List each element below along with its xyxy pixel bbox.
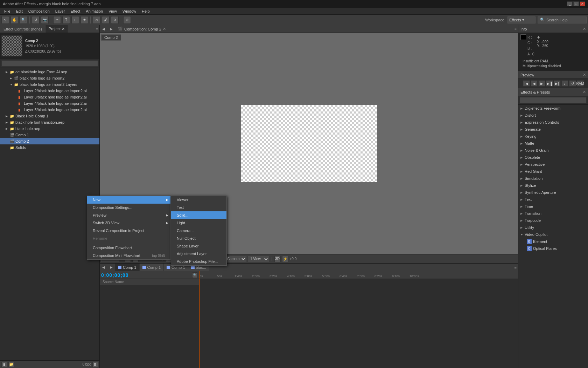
submenu-adjustment-layer[interactable]: Adjustment Layer bbox=[171, 250, 226, 258]
submenu-shape-layer[interactable]: Shape Layer bbox=[171, 242, 226, 250]
menu-animation[interactable]: Animation bbox=[83, 8, 106, 14]
effect-red-giant[interactable]: ▶ Red Giant bbox=[518, 168, 588, 175]
submenu-solid[interactable]: Solid... bbox=[171, 211, 226, 219]
menu-file[interactable]: File bbox=[1, 8, 13, 14]
effect-digieffects[interactable]: ▶ Digieffects FreeForm bbox=[518, 105, 588, 112]
search-help-input[interactable]: 🔍 Search Help bbox=[538, 16, 587, 23]
tool-camera[interactable]: 📷 bbox=[41, 16, 49, 24]
tl-playhead[interactable] bbox=[200, 271, 200, 279]
menu-preview[interactable]: Preview ▶ bbox=[87, 211, 170, 219]
viewer-tab-comp2[interactable]: 🎬 Composition: Comp 2 ✕ bbox=[115, 25, 169, 33]
effect-generate[interactable]: ▶ Generate bbox=[518, 126, 588, 133]
menu-comp-settings[interactable]: Composition Settings... bbox=[87, 204, 170, 211]
menu-reveal-comp[interactable]: Reveal Composition in Project bbox=[87, 227, 170, 234]
submenu-adobe-photoshop[interactable]: Adobe Photoshop File... bbox=[171, 258, 226, 265]
effect-keying[interactable]: ▶ Keying bbox=[518, 133, 588, 140]
submenu-light[interactable]: Light... bbox=[171, 219, 226, 227]
menu-window[interactable]: Window bbox=[120, 8, 139, 14]
info-menu-btn[interactable]: ✕ bbox=[583, 27, 586, 31]
effect-text[interactable]: ▶ Text bbox=[518, 196, 588, 203]
menu-view[interactable]: View bbox=[106, 8, 120, 14]
tree-item-layer4[interactable]: ▮ Layer 4/black hole logo ae import2.ai bbox=[0, 100, 99, 107]
menu-layer[interactable]: Layer bbox=[52, 8, 68, 14]
submenu-text[interactable]: Text bbox=[171, 204, 226, 211]
prev-play-btn[interactable]: ▶ bbox=[538, 80, 545, 87]
minimize-button[interactable]: _ bbox=[567, 1, 573, 6]
prev-audio-btn[interactable]: ♪ bbox=[561, 80, 568, 87]
menu-edit[interactable]: Edit bbox=[13, 8, 26, 14]
effect-trapcode[interactable]: ▶ Trapcode bbox=[518, 217, 588, 224]
tool-puppet[interactable]: ⊕ bbox=[123, 16, 131, 24]
tool-zoom[interactable]: 🔍 bbox=[20, 16, 27, 24]
panel-menu-btn[interactable]: ≡ bbox=[94, 26, 99, 32]
menu-comp-mini-flowchart[interactable]: Composition Mini-Flowchart tap Shift bbox=[87, 252, 170, 259]
tree-item-layer2[interactable]: ▮ Layer 2/black hole logo ae import2.ai bbox=[0, 88, 99, 94]
tree-item-bh-logo-layers-folder[interactable]: ▼ 📁 black hole logo ae import2 Layers bbox=[0, 81, 99, 88]
delete-btn[interactable]: 🗑 bbox=[92, 362, 98, 367]
fast-preview-btn[interactable]: ⚡ bbox=[282, 256, 288, 262]
tool-clone[interactable]: ⎋ bbox=[93, 16, 100, 24]
effect-time[interactable]: ▶ Time bbox=[518, 203, 588, 210]
workspace-dropdown[interactable]: Effects ▾ bbox=[507, 16, 536, 23]
tab-project[interactable]: Project ✕ bbox=[46, 25, 68, 33]
prev-loop-btn[interactable]: ↺ bbox=[569, 80, 576, 87]
viewer-nav-btn[interactable]: ◀ bbox=[100, 25, 107, 33]
tl-tab-comp1-2[interactable]: Comp 1 bbox=[140, 264, 164, 271]
tool-text[interactable]: T bbox=[62, 16, 70, 24]
tl-nav-next[interactable]: ▶ bbox=[107, 264, 115, 271]
tool-eraser[interactable]: ⊘ bbox=[111, 16, 119, 24]
effect-stylize[interactable]: ▶ Stylize bbox=[518, 182, 588, 189]
effect-distort[interactable]: ▶ Distort bbox=[518, 112, 588, 119]
tree-item-comp1[interactable]: 🎬 Comp 1 bbox=[0, 132, 99, 138]
tree-item-bh-comp1[interactable]: ▶ 📁 Black Hole Comp 1 bbox=[0, 113, 99, 119]
effect-expression[interactable]: ▶ Expression Controls bbox=[518, 119, 588, 126]
effect-optical-flares[interactable]: O Optical Flares bbox=[518, 245, 588, 252]
new-item-btn[interactable]: ▮ bbox=[1, 362, 7, 367]
viewer-menu-btn[interactable]: ≡ bbox=[514, 27, 517, 31]
tree-item-solids[interactable]: 📁 Solids bbox=[0, 144, 99, 151]
tool-rect[interactable]: □ bbox=[71, 16, 79, 24]
preview-menu-btn[interactable]: ✕ bbox=[583, 73, 586, 77]
tree-item-comp2[interactable]: 🎬 Comp 2 bbox=[0, 138, 99, 144]
close-button[interactable]: ✕ bbox=[580, 1, 585, 6]
prev-last-btn[interactable]: ▶| bbox=[554, 80, 561, 87]
prev-ram-btn[interactable]: RAM bbox=[577, 80, 584, 87]
effect-obsolete[interactable]: ▶ Obsolete bbox=[518, 154, 588, 161]
tl-tab-comp1-1[interactable]: Comp 1 bbox=[115, 264, 140, 271]
tree-item-layer3[interactable]: ▮ Layer 3/black hole logo ae import2.ai bbox=[0, 94, 99, 100]
tree-item-ae-blackhole[interactable]: ▶ 📁 ae blackhole logo From Ai.aep bbox=[0, 69, 99, 75]
effect-video-copilot[interactable]: ▼ Video Copilot bbox=[518, 231, 588, 238]
prev-first-btn[interactable]: |◀ bbox=[523, 80, 530, 87]
menu-effect[interactable]: Effect bbox=[68, 8, 83, 14]
maximize-button[interactable]: □ bbox=[573, 1, 579, 6]
tl-nav-prev[interactable]: ◀ bbox=[100, 264, 107, 271]
tl-ruler[interactable]: 0s 50s 1:40s 2:30s 3:20s 4:10s 5:00s 5:5… bbox=[200, 271, 518, 279]
menu-composition[interactable]: Composition bbox=[26, 8, 52, 14]
effect-simulation[interactable]: ▶ Simulation bbox=[518, 175, 588, 182]
submenu-viewer[interactable]: Viewer bbox=[171, 196, 226, 204]
views-select[interactable]: 1 View 2 Views 4 Views bbox=[248, 256, 269, 262]
effect-element[interactable]: E Element bbox=[518, 238, 588, 245]
project-search-input[interactable] bbox=[1, 60, 98, 67]
effects-menu-btn[interactable]: ✕ bbox=[583, 90, 586, 94]
menu-comp-flowchart[interactable]: Composition Flowchart bbox=[87, 244, 170, 252]
tool-rotate[interactable]: ↺ bbox=[32, 16, 40, 24]
effect-synthetic-aperture[interactable]: ▶ Synthetic Aperture bbox=[518, 189, 588, 196]
effects-search-input[interactable] bbox=[520, 97, 587, 103]
tl-search-btn[interactable]: 🔍 bbox=[192, 272, 198, 278]
prev-next-frame-btn[interactable]: ▶▐ bbox=[546, 80, 553, 87]
effect-perspective[interactable]: ▶ Perspective bbox=[518, 161, 588, 168]
3d-overlay-btn[interactable]: 3D bbox=[274, 256, 281, 262]
tree-item-bh-font-transition[interactable]: ▶ 📁 black hole font transition.aep bbox=[0, 119, 99, 125]
tool-star[interactable]: ★ bbox=[80, 16, 88, 24]
menu-new[interactable]: New ▶ bbox=[87, 196, 170, 204]
tool-hand[interactable]: ✋ bbox=[10, 16, 18, 24]
effect-noise[interactable]: ▶ Noise & Grain bbox=[518, 147, 588, 154]
tool-pen[interactable]: ✏ bbox=[53, 16, 61, 24]
tl-timecode[interactable]: 0;00;00;00 bbox=[101, 272, 129, 278]
menu-switch-3d[interactable]: Switch 3D View ▶ bbox=[87, 219, 170, 227]
new-folder-btn[interactable]: 📁 bbox=[8, 362, 14, 367]
effect-matte[interactable]: ▶ Matte bbox=[518, 140, 588, 147]
tool-paint[interactable]: 🖌 bbox=[102, 16, 110, 24]
effect-transition[interactable]: ▶ Transition bbox=[518, 210, 588, 217]
